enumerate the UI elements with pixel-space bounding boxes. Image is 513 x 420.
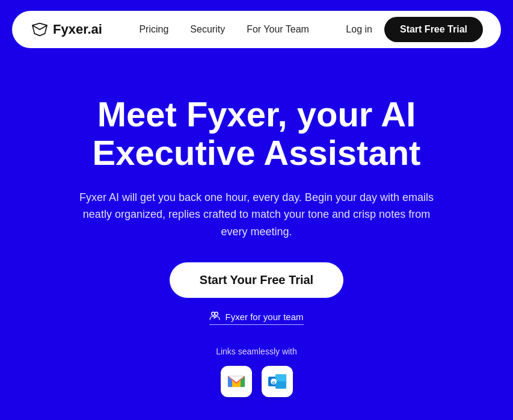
navbar: Fyxer.ai Pricing Security For Your Team … [12,11,501,48]
svg-point-0 [212,312,215,315]
team-link[interactable]: Fyxer for your team [209,311,303,325]
hero-subtitle: Fyxer AI will get you back one hour, eve… [76,189,437,241]
svg-point-1 [215,312,218,315]
svg-rect-5 [275,374,286,381]
nav-actions: Log in Start Free Trial [346,17,483,42]
nav-security[interactable]: Security [190,24,225,35]
hero-start-trial-button[interactable]: Start Your Free Trial [170,262,343,298]
nav-links: Pricing Security For Your Team [139,24,309,35]
gmail-icon [221,366,252,397]
nav-pricing[interactable]: Pricing [139,24,168,35]
team-icon [209,311,220,323]
outlook-icon: o [262,366,293,397]
hero-title: Meet Fyxer, your AI Executive Assistant [93,95,421,172]
links-label: Links seamlessly with [216,347,297,356]
nav-for-your-team[interactable]: For Your Team [247,24,309,35]
login-link[interactable]: Log in [346,24,372,35]
logo[interactable]: Fyxer.ai [30,22,102,37]
hero-section: Meet Fyxer, your AI Executive Assistant … [0,59,513,420]
nav-start-free-trial-button[interactable]: Start Free Trial [384,17,483,42]
logo-text: Fyxer.ai [53,22,102,37]
app-icons: o [221,366,293,397]
svg-text:o: o [272,380,275,385]
